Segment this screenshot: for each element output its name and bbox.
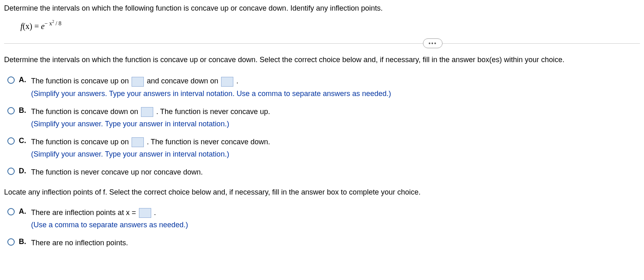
choice-a-text3: . bbox=[236, 77, 238, 85]
choice-a-text1: The function is concave up on bbox=[31, 77, 131, 85]
p2-choice-b-text: There are no inflection points. bbox=[31, 237, 640, 248]
p2-radio-b[interactable] bbox=[7, 238, 15, 246]
radio-b[interactable] bbox=[7, 107, 15, 114]
choice-c: C. The function is concave up on . The f… bbox=[7, 137, 640, 161]
choice-d-label: D. bbox=[19, 167, 29, 175]
choice-c-hint: (Simplify your answer. Type your answer … bbox=[31, 149, 640, 159]
choice-d-text: The function is never concave up nor con… bbox=[31, 167, 640, 177]
p2-choice-b: B. There are no inflection points. bbox=[7, 237, 640, 250]
p2-answer-box-a1[interactable] bbox=[139, 208, 151, 218]
choice-c-text2: . The function is never concave down. bbox=[147, 138, 270, 146]
divider bbox=[4, 43, 640, 44]
p2-choice-a-label: A. bbox=[19, 207, 29, 216]
question-prompt: Determine the intervals on which the fol… bbox=[4, 4, 640, 13]
choice-b-text1: The function is concave down on bbox=[31, 108, 140, 116]
choice-a-hint: (Simplify your answers. Type your answer… bbox=[31, 88, 640, 99]
choice-b-text2: . The function is never concave up. bbox=[156, 108, 270, 116]
part2-choices: A. There are inflection points at x = . … bbox=[7, 207, 640, 250]
choice-b: B. The function is concave down on . The… bbox=[7, 106, 640, 131]
p2-choice-a-text1: There are inflection points at x = bbox=[31, 208, 138, 217]
p2-choice-b-label: B. bbox=[19, 237, 29, 246]
choice-d: D. The function is never concave up nor … bbox=[7, 167, 640, 179]
function-formula: f(x) = e− x2 / 8 bbox=[20, 20, 640, 31]
choice-b-hint: (Simplify your answer. Type your answer … bbox=[31, 119, 640, 129]
radio-d[interactable] bbox=[7, 168, 15, 175]
p2-choice-a-text2: . bbox=[154, 208, 156, 217]
part2-instruction: Locate any inflection points of f. Selec… bbox=[4, 188, 640, 197]
choice-b-label: B. bbox=[19, 106, 29, 115]
choice-a-label: A. bbox=[19, 76, 29, 84]
choice-a-text2: and concave down on bbox=[147, 77, 220, 85]
choice-c-text1: The function is concave up on bbox=[31, 138, 131, 146]
answer-box-c1[interactable] bbox=[132, 137, 144, 147]
part1-choices: A. The function is concave up on and con… bbox=[7, 76, 640, 179]
more-options-button[interactable]: ••• bbox=[423, 38, 443, 48]
p2-choice-a: A. There are inflection points at x = . … bbox=[7, 207, 640, 232]
radio-c[interactable] bbox=[7, 137, 15, 145]
p2-radio-a[interactable] bbox=[7, 208, 15, 215]
part1-instruction: Determine the intervals on which the fun… bbox=[4, 56, 640, 64]
answer-box-b1[interactable] bbox=[141, 107, 153, 117]
choice-a: A. The function is concave up on and con… bbox=[7, 76, 640, 100]
answer-box-a1[interactable] bbox=[132, 77, 144, 87]
choice-c-label: C. bbox=[19, 137, 29, 145]
p2-choice-a-hint: (Use a comma to separate answers as need… bbox=[31, 220, 640, 230]
answer-box-a2[interactable] bbox=[221, 77, 233, 87]
radio-a[interactable] bbox=[7, 76, 15, 84]
